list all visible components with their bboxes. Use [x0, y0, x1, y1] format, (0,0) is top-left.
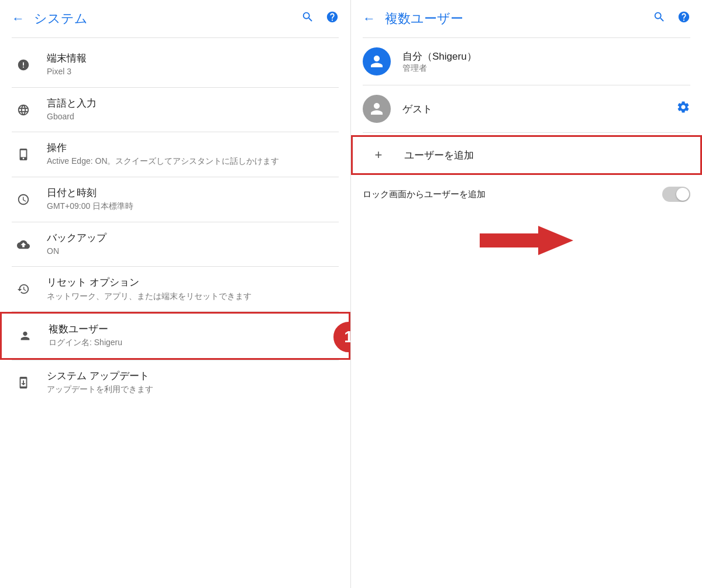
- right-header-icons: [653, 11, 690, 27]
- multiuser-item[interactable]: 複数ユーザー ログイン名: Shigeru 1: [0, 312, 350, 360]
- guest-gear-icon[interactable]: [676, 100, 690, 118]
- svg-marker-0: [480, 226, 573, 255]
- actions-subtitle: Active Edge: ON。スクイーズしてアシスタントに話しかけます: [47, 156, 280, 167]
- actions-icon: [12, 143, 35, 166]
- guest-user-item[interactable]: ゲスト 2: [351, 85, 702, 132]
- backup-title: バックアップ: [47, 232, 106, 245]
- left-header-icons: [301, 11, 339, 27]
- device-info-item[interactable]: 端末情報 Pixel 3: [0, 43, 350, 87]
- multiuser-subtitle: ログイン名: Shigeru: [49, 337, 122, 349]
- left-search-icon[interactable]: [301, 11, 314, 27]
- reset-content: リセット オプション ネットワーク、アプリ、または端末をリセットできます: [47, 276, 252, 302]
- device-info-title: 端末情報: [47, 52, 87, 65]
- device-info-content: 端末情報 Pixel 3: [47, 52, 87, 78]
- lock-screen-label: ロック画面からユーザーを追加: [363, 189, 662, 200]
- self-user-avatar: [363, 47, 391, 75]
- toggle-knob: [676, 188, 689, 201]
- add-user-plus-icon: +: [364, 147, 393, 163]
- language-icon: [12, 98, 35, 122]
- datetime-subtitle: GMT+09:00 日本標準時: [47, 201, 133, 212]
- self-user-role: 管理者: [402, 63, 690, 74]
- language-subtitle: Gboard: [47, 111, 97, 123]
- datetime-title: 日付と時刻: [47, 187, 133, 200]
- lock-screen-toggle[interactable]: [662, 187, 690, 202]
- lock-screen-row: ロック画面からユーザーを追加: [351, 177, 702, 211]
- datetime-icon: [12, 188, 35, 211]
- sysupdate-content: システム アップデート アップデートを利用できます: [47, 370, 153, 396]
- device-info-subtitle: Pixel 3: [47, 66, 87, 78]
- backup-content: バックアップ ON: [47, 232, 106, 257]
- reset-icon: [12, 277, 35, 301]
- multiuser-icon: [13, 324, 37, 348]
- self-user-item[interactable]: 自分（Shigeru） 管理者: [351, 38, 702, 85]
- language-title: 言語と入力: [47, 97, 97, 110]
- datetime-item[interactable]: 日付と時刻 GMT+09:00 日本標準時: [0, 177, 350, 222]
- actions-item[interactable]: 操作 Active Edge: ON。スクイーズしてアシスタントに話しかけます: [0, 132, 350, 177]
- right-search-icon[interactable]: [653, 11, 666, 27]
- reset-subtitle: ネットワーク、アプリ、または端末をリセットできます: [47, 291, 252, 302]
- actions-title: 操作: [47, 142, 280, 154]
- actions-content: 操作 Active Edge: ON。スクイーズしてアシスタントに話しかけます: [47, 142, 280, 167]
- backup-icon: [12, 233, 35, 256]
- sysupdate-icon: [12, 371, 35, 394]
- backup-subtitle: ON: [47, 246, 106, 257]
- backup-item[interactable]: バックアップ ON: [0, 222, 350, 267]
- right-title: 複数ユーザー: [385, 10, 653, 27]
- language-item[interactable]: 言語と入力 Gboard: [0, 88, 350, 132]
- datetime-content: 日付と時刻 GMT+09:00 日本標準時: [47, 187, 133, 212]
- left-back-button[interactable]: ←: [12, 11, 25, 26]
- arrow-container: [351, 211, 702, 270]
- multiuser-title: 複数ユーザー: [49, 323, 122, 336]
- self-user-info: 自分（Shigeru） 管理者: [402, 50, 690, 74]
- reset-title: リセット オプション: [47, 276, 252, 289]
- badge-1: 1: [333, 322, 350, 352]
- reset-item[interactable]: リセット オプション ネットワーク、アプリ、または端末をリセットできます: [0, 267, 350, 311]
- multiuser-content: 複数ユーザー ログイン名: Shigeru: [49, 323, 122, 349]
- left-settings-list: 端末情報 Pixel 3 言語と入力 Gboard: [0, 38, 350, 588]
- guest-user-info: ゲスト: [402, 102, 676, 116]
- left-header: ← システム: [0, 0, 350, 37]
- add-user-label: ユーザーを追加: [404, 149, 474, 162]
- right-help-icon[interactable]: [677, 11, 690, 27]
- device-info-icon: [12, 53, 35, 77]
- language-content: 言語と入力 Gboard: [47, 97, 97, 123]
- sysupdate-title: システム アップデート: [47, 370, 153, 383]
- left-panel: ← システム 端末情報: [0, 0, 351, 588]
- right-arrow-icon: [480, 223, 573, 258]
- right-panel: ← 複数ユーザー 自分（Shigeru） 管理者: [351, 0, 702, 588]
- sysupdate-subtitle: アップデートを利用できます: [47, 384, 153, 396]
- sysupdate-item[interactable]: システム アップデート アップデートを利用できます: [0, 360, 350, 405]
- guest-user-avatar: [363, 95, 391, 123]
- right-back-button[interactable]: ←: [363, 11, 376, 26]
- guest-user-name: ゲスト: [402, 102, 676, 116]
- left-help-icon[interactable]: [326, 11, 339, 27]
- right-header: ← 複数ユーザー: [351, 0, 702, 37]
- self-user-name: 自分（Shigeru）: [402, 50, 690, 63]
- add-user-row[interactable]: + ユーザーを追加: [351, 135, 702, 175]
- left-title: システム: [34, 10, 301, 27]
